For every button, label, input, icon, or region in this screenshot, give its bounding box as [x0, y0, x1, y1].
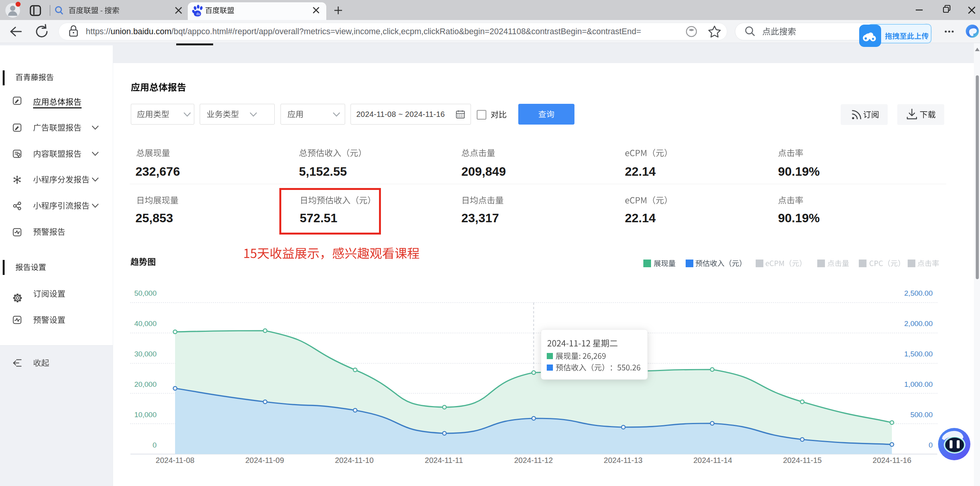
svg-text:2024-11-12: 2024-11-12: [514, 456, 553, 464]
svg-text:2024-11-09: 2024-11-09: [245, 456, 284, 464]
svg-text:2024-11-11: 2024-11-11: [425, 456, 463, 464]
svg-text:du: du: [196, 12, 200, 16]
svg-text:2,500.00: 2,500.00: [904, 289, 933, 297]
svg-text:50,000: 50,000: [134, 289, 157, 297]
svg-text:2,000.00: 2,000.00: [904, 320, 933, 328]
svg-text:500.00: 500.00: [910, 411, 933, 419]
svg-text:1,000.00: 1,000.00: [904, 380, 933, 388]
svg-text:2024-11-14: 2024-11-14: [693, 456, 732, 464]
svg-text:10,000: 10,000: [134, 411, 157, 419]
svg-text:20,000: 20,000: [134, 380, 157, 388]
svg-text:2024-11-16: 2024-11-16: [873, 456, 912, 464]
svg-text:2024-11-10: 2024-11-10: [335, 456, 374, 464]
svg-text:0: 0: [928, 441, 933, 449]
svg-text:1,500.00: 1,500.00: [904, 350, 933, 358]
svg-text:30,000: 30,000: [134, 350, 157, 358]
svg-text:2024-11-15: 2024-11-15: [783, 456, 822, 464]
svg-text:2024-11-13: 2024-11-13: [604, 456, 643, 464]
svg-text:2024-11-08: 2024-11-08: [156, 456, 195, 464]
svg-text:0: 0: [152, 441, 157, 449]
svg-text:40,000: 40,000: [134, 320, 157, 328]
